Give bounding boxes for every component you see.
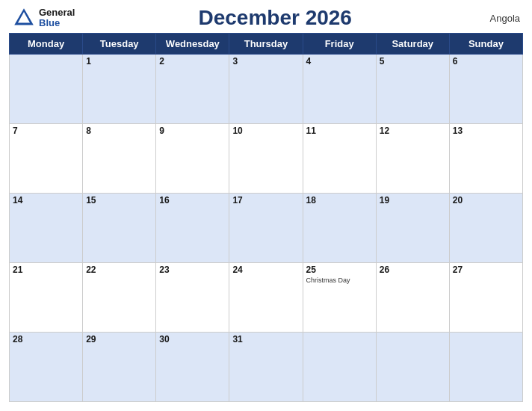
calendar-wrapper: Monday Tuesday Wednesday Thursday Friday…: [0, 33, 532, 411]
calendar-cell: 17: [229, 194, 303, 263]
day-number: 5: [380, 56, 446, 67]
calendar-cell: 6: [449, 55, 522, 124]
calendar-cell: [449, 333, 522, 402]
day-number: 6: [453, 56, 519, 67]
calendar-header-row: Monday Tuesday Wednesday Thursday Friday…: [10, 34, 523, 55]
calendar-week-row: 2122232425Christmas Day2627: [10, 263, 523, 333]
day-number: 20: [453, 195, 519, 206]
calendar-cell: 11: [303, 124, 376, 194]
day-number: 3: [232, 56, 299, 67]
day-number: 22: [86, 265, 152, 275]
calendar-cell: 29: [83, 333, 156, 402]
day-number: 4: [306, 56, 373, 67]
day-number: 21: [13, 265, 79, 275]
generalblue-logo-icon: [12, 6, 36, 30]
day-number: 18: [306, 195, 373, 206]
day-number: 30: [159, 334, 226, 344]
day-number: 2: [159, 56, 226, 67]
header-wednesday: Wednesday: [156, 34, 229, 55]
calendar-cell: 15: [83, 194, 156, 263]
day-number: 7: [13, 126, 79, 136]
calendar-cell: [376, 333, 449, 402]
calendar-cell: 14: [10, 194, 83, 263]
calendar-cell: 2: [156, 55, 229, 124]
day-number: 29: [86, 334, 152, 344]
day-number: 23: [159, 265, 226, 275]
header-saturday: Saturday: [376, 34, 449, 55]
calendar-cell: 23: [156, 263, 229, 333]
day-number: 15: [86, 195, 152, 206]
calendar-cell: 24: [229, 263, 303, 333]
header-friday: Friday: [303, 34, 376, 55]
logo-text: General Blue: [39, 7, 75, 29]
calendar-cell: 21: [10, 263, 83, 333]
calendar-body: 1234567891011121314151617181920212223242…: [10, 55, 523, 402]
calendar-cell: [10, 55, 83, 124]
day-number: 24: [232, 265, 299, 275]
top-bar: General Blue December 2026 Angola: [0, 0, 532, 33]
calendar-title: December 2026: [75, 6, 475, 30]
calendar-cell: 12: [376, 124, 449, 194]
calendar-cell: 16: [156, 194, 229, 263]
calendar-cell: 30: [156, 333, 229, 402]
day-number: 19: [380, 195, 446, 206]
day-number: 13: [453, 126, 519, 136]
calendar-cell: 13: [449, 124, 522, 194]
calendar-cell: 9: [156, 124, 229, 194]
day-number: 31: [232, 334, 299, 344]
day-number: 10: [232, 126, 299, 136]
calendar-table: Monday Tuesday Wednesday Thursday Friday…: [9, 33, 523, 402]
header-thursday: Thursday: [229, 34, 303, 55]
calendar-week-row: 78910111213: [10, 124, 523, 194]
day-number: 11: [306, 126, 373, 136]
holiday-label: Christmas Day: [306, 276, 373, 284]
logo-blue-text: Blue: [39, 18, 75, 28]
calendar-cell: 25Christmas Day: [303, 263, 376, 333]
day-number: 28: [13, 334, 79, 344]
calendar-cell: 5: [376, 55, 449, 124]
calendar-cell: 19: [376, 194, 449, 263]
calendar-cell: 26: [376, 263, 449, 333]
calendar-cell: 22: [83, 263, 156, 333]
header-tuesday: Tuesday: [83, 34, 156, 55]
calendar-week-row: 123456: [10, 55, 523, 124]
day-number: 8: [86, 126, 152, 136]
day-number: 17: [232, 195, 299, 206]
day-number: 16: [159, 195, 226, 206]
day-number: 26: [380, 265, 446, 275]
day-number: 25: [306, 265, 373, 275]
header-monday: Monday: [10, 34, 83, 55]
day-number: 27: [453, 265, 519, 275]
calendar-week-row: 14151617181920: [10, 194, 523, 263]
calendar-cell: 10: [229, 124, 303, 194]
calendar-cell: 8: [83, 124, 156, 194]
calendar-cell: 31: [229, 333, 303, 402]
logo-general-text: General: [39, 7, 75, 18]
logo-area: General Blue: [12, 6, 75, 30]
country-label: Angola: [475, 13, 520, 24]
day-number: 12: [380, 126, 446, 136]
day-number: 14: [13, 195, 79, 206]
calendar-week-row: 28293031: [10, 333, 523, 402]
calendar-cell: 20: [449, 194, 522, 263]
calendar-cell: 28: [10, 333, 83, 402]
calendar-cell: 4: [303, 55, 376, 124]
calendar-cell: 3: [229, 55, 303, 124]
day-number: 9: [159, 126, 226, 136]
calendar-cell: 18: [303, 194, 376, 263]
day-number: 1: [86, 56, 152, 67]
header-sunday: Sunday: [449, 34, 522, 55]
calendar-cell: 7: [10, 124, 83, 194]
calendar-cell: [303, 333, 376, 402]
calendar-cell: 1: [83, 55, 156, 124]
calendar-cell: 27: [449, 263, 522, 333]
